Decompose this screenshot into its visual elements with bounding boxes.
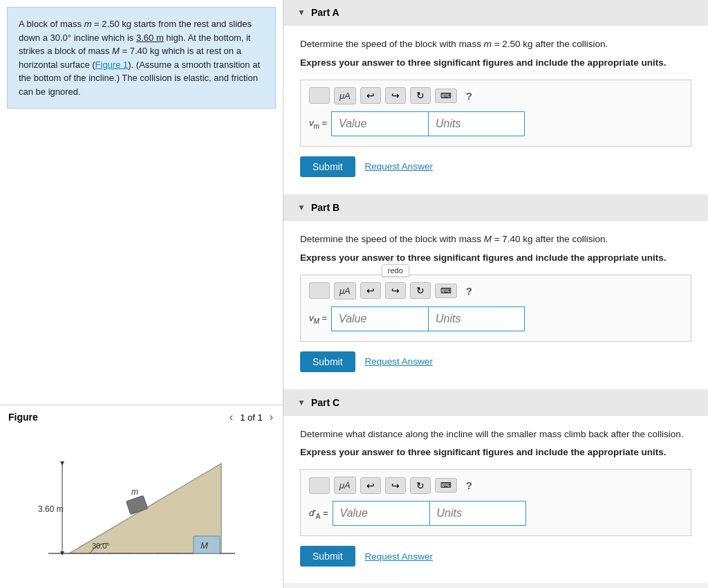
- part-a-question: Determine the speed of the block with ma…: [300, 38, 691, 51]
- part-b-undo-button[interactable]: ↩: [360, 282, 381, 299]
- svg-text:30.0°: 30.0°: [92, 542, 110, 550]
- figure-label: Figure: [8, 412, 38, 423]
- svg-text:m: m: [131, 487, 138, 497]
- part-c-help-button[interactable]: ?: [461, 477, 477, 494]
- part-a-submit-button[interactable]: Submit: [300, 156, 355, 177]
- part-c-submit-button[interactable]: Submit: [300, 546, 355, 567]
- part-a-request-button[interactable]: Request Answer: [365, 161, 433, 172]
- part-b-submit-button[interactable]: Submit: [300, 351, 355, 372]
- part-a-collapse-arrow[interactable]: ▼: [297, 8, 306, 17]
- part-c-redo-button[interactable]: ↪: [385, 477, 406, 494]
- part-c-input-row: d′A =: [309, 501, 682, 526]
- part-a-value-input[interactable]: [331, 111, 428, 136]
- left-panel: A block of mass m = 2.50 kg starts from …: [0, 0, 283, 588]
- part-a-keyboard-button[interactable]: ⌨: [435, 89, 457, 103]
- part-a-var-label: vm =: [309, 118, 327, 130]
- part-c-undo-button[interactable]: ↩: [360, 477, 381, 494]
- part-c-reset-button[interactable]: ↻: [410, 477, 431, 494]
- part-a-section: ▼ Part A Determine the speed of the bloc…: [283, 0, 708, 194]
- svg-text:M: M: [201, 540, 208, 551]
- svg-text:3.60 m: 3.60 m: [38, 504, 64, 514]
- part-c-template-button[interactable]: [309, 477, 330, 494]
- part-a-template-button[interactable]: [309, 87, 330, 104]
- part-a-action-row: Submit Request Answer: [300, 156, 691, 177]
- part-b-question: Determine the speed of the block with ma…: [300, 233, 691, 246]
- problem-statement: A block of mass m = 2.50 kg starts from …: [7, 7, 276, 109]
- part-b-collapse-arrow[interactable]: ▼: [297, 203, 306, 212]
- part-b-content: Determine the speed of the block with ma…: [283, 221, 708, 389]
- part-c-section: ▼ Part C Determine what distance along t…: [283, 390, 708, 584]
- part-c-keyboard-button[interactable]: ⌨: [435, 478, 457, 493]
- incline-figure: 3.60 m 30.0° m M: [28, 436, 256, 574]
- redo-tooltip: redo: [382, 264, 409, 277]
- part-b-help-button[interactable]: ?: [461, 282, 477, 300]
- part-c-units-input[interactable]: [429, 501, 526, 526]
- part-a-help-button[interactable]: ?: [461, 87, 477, 104]
- part-b-symbol-button[interactable]: μΑ: [334, 282, 356, 300]
- part-a-redo-button[interactable]: ↪: [385, 87, 406, 104]
- part-a-answer-box: μΑ ↩ ↪ ↻ ⌨ ? vm =: [300, 80, 691, 147]
- part-b-input-row: vM =: [309, 306, 682, 331]
- part-b-label: Part B: [311, 202, 339, 213]
- part-c-content: Determine what distance along the inclin…: [283, 416, 708, 584]
- part-a-content: Determine the speed of the block with ma…: [283, 26, 708, 194]
- part-b-request-button[interactable]: Request Answer: [365, 356, 433, 367]
- part-b-keyboard-button[interactable]: ⌨: [435, 284, 457, 298]
- figure-bar: Figure ‹ 1 of 1 ›: [0, 405, 283, 429]
- part-b-template-button[interactable]: [309, 282, 330, 299]
- part-a-toolbar: μΑ ↩ ↪ ↻ ⌨ ?: [309, 87, 682, 104]
- part-b-value-input[interactable]: [331, 306, 428, 331]
- part-c-answer-box: μΑ ↩ ↪ ↻ ⌨ ? d′A =: [300, 469, 691, 536]
- part-c-symbol-button[interactable]: μΑ: [334, 477, 356, 494]
- part-b-section: ▼ Part B Determine the speed of the bloc…: [283, 195, 708, 389]
- part-c-value-input[interactable]: [333, 501, 429, 526]
- next-figure-button[interactable]: ›: [268, 411, 274, 423]
- part-c-header: ▼ Part C: [283, 390, 708, 416]
- figure-link[interactable]: Figure 1: [95, 59, 129, 70]
- part-a-header: ▼ Part A: [283, 0, 708, 26]
- part-b-answer-box: μΑ ↩ ↪ redo ↻ ⌨ ? vM =: [300, 275, 691, 342]
- part-c-var-label: d′A =: [309, 508, 328, 520]
- part-c-collapse-arrow[interactable]: ▼: [297, 398, 306, 407]
- part-c-toolbar: μΑ ↩ ↪ ↻ ⌨ ?: [309, 477, 682, 494]
- part-a-undo-button[interactable]: ↩: [360, 87, 381, 104]
- part-c-question: Determine what distance along the inclin…: [300, 428, 691, 441]
- part-b-action-row: Submit Request Answer: [300, 351, 691, 372]
- part-b-reset-button[interactable]: ↻: [410, 282, 431, 299]
- part-b-toolbar: μΑ ↩ ↪ redo ↻ ⌨ ?: [309, 282, 682, 300]
- figure-page: 1 of 1: [240, 412, 263, 423]
- figure-nav: ‹ 1 of 1 ›: [228, 411, 274, 423]
- part-c-request-button[interactable]: Request Answer: [365, 551, 433, 562]
- part-b-units-input[interactable]: [428, 306, 525, 331]
- part-b-var-label: vM =: [309, 313, 327, 325]
- prev-figure-button[interactable]: ‹: [228, 411, 234, 423]
- part-a-label: Part A: [311, 7, 339, 18]
- part-a-reset-button[interactable]: ↻: [410, 87, 431, 104]
- figure-container: 3.60 m 30.0° m M: [0, 429, 283, 588]
- part-c-label: Part C: [311, 397, 339, 408]
- part-a-symbol-button[interactable]: μΑ: [334, 87, 356, 104]
- part-a-input-row: vm =: [309, 111, 682, 136]
- part-b-instruction: Express your answer to three significant…: [300, 252, 691, 265]
- part-b-redo-button[interactable]: ↪: [385, 282, 406, 299]
- part-a-instruction: Express your answer to three significant…: [300, 57, 691, 70]
- part-a-units-input[interactable]: [428, 111, 525, 136]
- part-c-instruction: Express your answer to three significant…: [300, 446, 691, 459]
- part-c-action-row: Submit Request Answer: [300, 546, 691, 567]
- right-panel: ▼ Part A Determine the speed of the bloc…: [283, 0, 708, 588]
- part-b-header: ▼ Part B: [283, 195, 708, 221]
